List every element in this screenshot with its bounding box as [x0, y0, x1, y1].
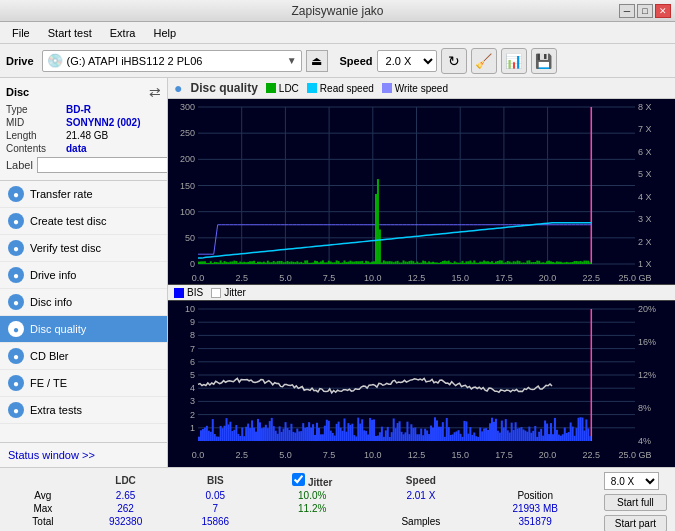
- stats-samples-val: 351879: [474, 515, 595, 528]
- nav-item-extra-tests[interactable]: ●Extra tests: [0, 397, 167, 424]
- menu-start-test[interactable]: Start test: [40, 25, 100, 41]
- nav-label-create-test-disc: Create test disc: [30, 215, 106, 227]
- content-area: ● Disc quality LDC Read speed Write spee…: [168, 78, 675, 467]
- nav-label-drive-info: Drive info: [30, 269, 76, 281]
- stats-max-speed-empty: [367, 502, 474, 515]
- nav-item-drive-info[interactable]: ●Drive info: [0, 262, 167, 289]
- nav-item-cd-bler[interactable]: ●CD Bler: [0, 343, 167, 370]
- stats-avg-label: Avg: [8, 489, 78, 502]
- stats-total-label: Total: [8, 515, 78, 528]
- maximize-button[interactable]: □: [637, 4, 653, 18]
- nav-icon-extra-tests: ●: [8, 402, 24, 418]
- stats-col-empty2: [474, 472, 595, 489]
- start-part-button[interactable]: Start part: [604, 515, 667, 531]
- disc-header: Disc ⇄: [6, 84, 161, 100]
- disc-mid-row: MID SONYNN2 (002): [6, 117, 161, 128]
- nav-label-transfer-rate: Transfer rate: [30, 188, 93, 200]
- stats-total-ldc: 932380: [78, 515, 174, 528]
- jitter-legend-box: [211, 288, 221, 298]
- stats-samples-label: Samples: [367, 515, 474, 528]
- drive-label: Drive: [6, 55, 34, 67]
- refresh-button[interactable]: ↻: [441, 48, 467, 74]
- drive-selector[interactable]: 💿 (G:) ATAPI iHBS112 2 PL06 ▼: [42, 50, 302, 72]
- start-full-button[interactable]: Start full: [604, 494, 667, 511]
- legend-bis: BIS: [174, 287, 203, 298]
- drive-text: (G:) ATAPI iHBS112 2 PL06: [67, 55, 283, 67]
- nav-label-cd-bler: CD Bler: [30, 350, 69, 362]
- nav-icon-drive-info: ●: [8, 267, 24, 283]
- drive-icon: 💿: [47, 53, 63, 68]
- close-button[interactable]: ✕: [655, 4, 671, 18]
- stats-speed-select[interactable]: 8.0 X 4.0 X 6.0 X 10.0 X: [604, 472, 659, 490]
- nav-item-fe-te[interactable]: ●FE / TE: [0, 370, 167, 397]
- legend-read-speed: Read speed: [307, 83, 374, 94]
- disc-length-row: Length 21.48 GB: [6, 130, 161, 141]
- nav-label-extra-tests: Extra tests: [30, 404, 82, 416]
- nav-item-disc-quality[interactable]: ●Disc quality: [0, 316, 167, 343]
- nav-label-disc-quality: Disc quality: [30, 323, 86, 335]
- disc-type-row: Type BD-R: [6, 104, 161, 115]
- nav-icon-disc-quality: ●: [8, 321, 24, 337]
- nav-item-create-test-disc[interactable]: ●Create test disc: [0, 208, 167, 235]
- disc-type-val: BD-R: [66, 104, 91, 115]
- ldc-legend-box: [266, 83, 276, 93]
- stats-total-bis: 15866: [173, 515, 257, 528]
- stats-table: LDC BIS Jitter Speed Avg 2.65 0.05 10.0%: [8, 472, 596, 531]
- upper-chart-canvas: [168, 99, 675, 284]
- stats-avg-row: Avg 2.65 0.05 10.0% 2.01 X Position: [8, 489, 596, 502]
- eject-button[interactable]: ⏏: [306, 50, 328, 72]
- charts-container: BIS Jitter: [168, 99, 675, 467]
- write-legend-label: Write speed: [395, 83, 448, 94]
- legend-jitter: Jitter: [211, 287, 246, 298]
- menu-help[interactable]: Help: [145, 25, 184, 41]
- nav-item-verify-test-disc[interactable]: ●Verify test disc: [0, 235, 167, 262]
- stats-avg-ldc: 2.65: [78, 489, 174, 502]
- nav-item-transfer-rate[interactable]: ●Transfer rate: [0, 181, 167, 208]
- stats-bar: LDC BIS Jitter Speed Avg 2.65 0.05 10.0%: [0, 467, 675, 531]
- disc-length-key: Length: [6, 130, 66, 141]
- disc-label-input[interactable]: [37, 157, 168, 173]
- stats-max-bis: 7: [173, 502, 257, 515]
- nav-menu: ●Transfer rate●Create test disc●Verify t…: [0, 181, 167, 424]
- chart-header: ● Disc quality LDC Read speed Write spee…: [168, 78, 675, 99]
- minimize-button[interactable]: ─: [619, 4, 635, 18]
- jitter-checkbox[interactable]: [292, 473, 305, 486]
- disc-mid-key: MID: [6, 117, 66, 128]
- status-window-link[interactable]: Status window >>: [0, 442, 167, 467]
- disc-length-val: 21.48 GB: [66, 130, 108, 141]
- stats-col-jitter-check[interactable]: Jitter: [257, 472, 367, 489]
- menu-file[interactable]: File: [4, 25, 38, 41]
- lower-chart: BIS Jitter: [168, 285, 675, 467]
- export-button[interactable]: 📊: [501, 48, 527, 74]
- stats-right-panel: 8.0 X 4.0 X 6.0 X 10.0 X Start full Star…: [604, 472, 667, 531]
- disc-panel-title: Disc: [6, 86, 29, 98]
- stats-col-ldc: LDC: [78, 472, 174, 489]
- disc-contents-key: Contents: [6, 143, 66, 154]
- menu-extra[interactable]: Extra: [102, 25, 144, 41]
- ldc-legend-label: LDC: [279, 83, 299, 94]
- nav-icon-fe-te: ●: [8, 375, 24, 391]
- speed-label: Speed: [340, 55, 373, 67]
- speed-select[interactable]: 2.0 X 4.0 X 8.0 X: [377, 50, 437, 72]
- clear-button[interactable]: 🧹: [471, 48, 497, 74]
- legend-ldc: LDC: [266, 83, 299, 94]
- save-button[interactable]: 💾: [531, 48, 557, 74]
- stats-max-jitter: 11.2%: [257, 502, 367, 515]
- stats-avg-bis: 0.05: [173, 489, 257, 502]
- nav-icon-cd-bler: ●: [8, 348, 24, 364]
- drive-dropdown-arrow[interactable]: ▼: [287, 55, 297, 66]
- disc-label-key: Label: [6, 159, 33, 171]
- disc-refresh-icon[interactable]: ⇄: [149, 84, 161, 100]
- stats-max-label: Max: [8, 502, 78, 515]
- stats-col-bis: BIS: [173, 472, 257, 489]
- nav-item-disc-info[interactable]: ●Disc info: [0, 289, 167, 316]
- nav-label-disc-info: Disc info: [30, 296, 72, 308]
- stats-pos-val: 21993 MB: [474, 502, 595, 515]
- window-controls: ─ □ ✕: [619, 4, 671, 18]
- sidebar: Disc ⇄ Type BD-R MID SONYNN2 (002) Lengt…: [0, 78, 168, 467]
- speed-control-row: 8.0 X 4.0 X 6.0 X 10.0 X: [604, 472, 659, 490]
- stats-total-row: Total 932380 15866 Samples 351879: [8, 515, 596, 528]
- nav-icon-verify-test-disc: ●: [8, 240, 24, 256]
- window-title: Zapisywanie jako: [291, 4, 383, 18]
- toolbar: Drive 💿 (G:) ATAPI iHBS112 2 PL06 ▼ ⏏ Sp…: [0, 44, 675, 78]
